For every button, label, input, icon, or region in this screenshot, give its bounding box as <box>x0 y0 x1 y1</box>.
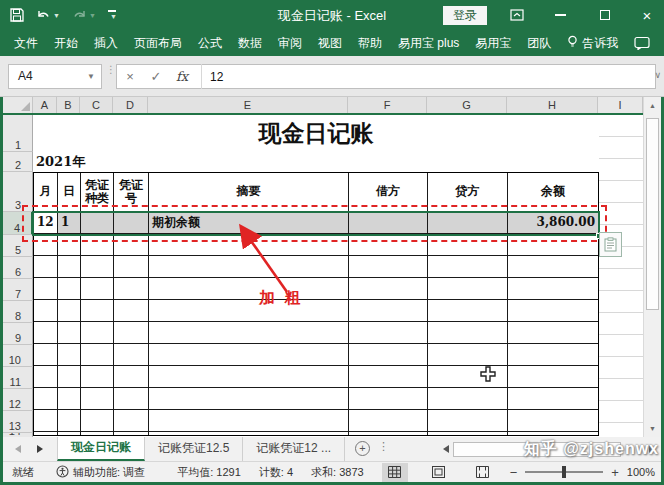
cell-c4-voucher-type[interactable] <box>81 212 114 233</box>
empty-cell[interactable] <box>149 366 349 387</box>
empty-cell[interactable] <box>34 300 58 321</box>
login-button[interactable]: 登录 <box>443 6 487 25</box>
cell-g4-credit[interactable] <box>428 212 508 233</box>
empty-cell[interactable] <box>508 366 598 387</box>
empty-cell[interactable] <box>508 300 598 321</box>
empty-cell[interactable] <box>58 322 81 343</box>
empty-cell[interactable] <box>34 344 58 365</box>
row-header-13[interactable]: 13 <box>3 411 33 433</box>
empty-cell[interactable] <box>81 300 114 321</box>
sheet-tab-voucher-12-5[interactable]: 记账凭证12.5 <box>145 437 243 461</box>
empty-cell[interactable] <box>34 388 58 409</box>
empty-cell[interactable] <box>428 410 508 431</box>
header-summary[interactable]: 摘要 <box>149 173 349 211</box>
row-header-3[interactable]: 3 <box>3 172 33 212</box>
zoom-out-button[interactable]: − <box>510 465 518 480</box>
empty-cell[interactable] <box>114 256 149 277</box>
empty-cell[interactable] <box>508 278 598 299</box>
empty-cell[interactable] <box>349 322 428 343</box>
maximize-button[interactable] <box>590 0 620 30</box>
insert-function-icon[interactable]: fx <box>169 69 195 84</box>
minimize-button[interactable] <box>545 0 575 30</box>
tab-page-layout[interactable]: 页面布局 <box>126 35 190 52</box>
header-credit[interactable]: 贷方 <box>428 173 508 211</box>
cell-f4-debit[interactable] <box>349 212 428 233</box>
tab-data[interactable]: 数据 <box>230 35 270 52</box>
empty-cell[interactable] <box>508 344 598 365</box>
tab-home[interactable]: 开始 <box>46 35 86 52</box>
empty-cell[interactable] <box>508 256 598 277</box>
row-header-12[interactable]: 12 <box>3 389 33 411</box>
empty-cell[interactable] <box>349 410 428 431</box>
header-voucher-type[interactable]: 凭证种类 <box>81 173 114 211</box>
empty-cell[interactable] <box>349 234 428 255</box>
scroll-left-icon[interactable] <box>439 441 453 458</box>
name-box[interactable]: A4 ▼ <box>8 64 102 89</box>
empty-cell[interactable] <box>81 322 114 343</box>
name-box-dropdown-icon[interactable]: ▼ <box>87 65 95 88</box>
new-sheet-button[interactable]: + <box>355 441 370 456</box>
empty-cell[interactable] <box>428 300 508 321</box>
empty-cell[interactable] <box>114 300 149 321</box>
expand-formula-bar-icon[interactable]: ∨ <box>654 70 661 80</box>
normal-view-button[interactable] <box>382 463 408 482</box>
empty-cell[interactable] <box>114 410 149 431</box>
empty-cell[interactable] <box>149 388 349 409</box>
header-month[interactable]: 月 <box>34 173 58 211</box>
empty-cell[interactable] <box>428 322 508 343</box>
scroll-up-icon[interactable]: ▲ <box>644 97 661 114</box>
empty-cell[interactable] <box>81 366 114 387</box>
header-voucher-no[interactable]: 凭证号 <box>114 173 149 211</box>
empty-cell[interactable] <box>34 410 58 431</box>
empty-cell[interactable] <box>58 366 81 387</box>
empty-cell[interactable] <box>508 322 598 343</box>
empty-cell[interactable] <box>34 322 58 343</box>
tab-yiyongbao-plus[interactable]: 易用宝 plus <box>390 35 467 52</box>
empty-cell[interactable] <box>34 234 58 255</box>
empty-cell[interactable] <box>114 278 149 299</box>
tab-team[interactable]: 团队 <box>519 35 559 52</box>
empty-cell[interactable] <box>58 234 81 255</box>
empty-cell[interactable] <box>508 410 598 431</box>
empty-cell[interactable] <box>349 366 428 387</box>
close-button[interactable]: × <box>632 0 662 30</box>
empty-cell[interactable] <box>149 300 349 321</box>
empty-cell[interactable] <box>428 278 508 299</box>
empty-cell[interactable] <box>428 388 508 409</box>
row-header-1[interactable]: 1 <box>3 115 33 152</box>
empty-cell[interactable] <box>114 234 149 255</box>
empty-cell[interactable] <box>149 344 349 365</box>
empty-cell[interactable] <box>58 300 81 321</box>
empty-cell[interactable] <box>508 234 598 255</box>
tab-view[interactable]: 视图 <box>310 35 350 52</box>
sheet-tab-cash-journal[interactable]: 现金日记账 <box>57 437 145 461</box>
empty-cell[interactable] <box>58 410 81 431</box>
empty-cell[interactable] <box>508 388 598 409</box>
row-header-10[interactable]: 10 <box>3 345 33 367</box>
column-header-h[interactable]: H <box>507 97 598 113</box>
cell-d4-voucher-no[interactable] <box>114 212 149 233</box>
next-sheet-icon[interactable] <box>37 445 43 453</box>
empty-cell[interactable] <box>114 322 149 343</box>
sheet-tab-voucher-12[interactable]: 记账凭证12 ... <box>243 437 345 461</box>
empty-cell[interactable] <box>58 278 81 299</box>
tab-review[interactable]: 审阅 <box>270 35 310 52</box>
column-header-b[interactable]: B <box>57 97 80 113</box>
document-title-cell[interactable]: 现金日记账 <box>33 115 599 152</box>
ribbon-display-options-icon[interactable] <box>502 0 532 30</box>
row-header-2[interactable]: 2 <box>3 152 33 172</box>
tab-help[interactable]: 帮助 <box>350 35 390 52</box>
empty-cell[interactable] <box>349 344 428 365</box>
column-header-g[interactable]: G <box>427 97 507 113</box>
empty-cell[interactable] <box>114 388 149 409</box>
header-day[interactable]: 日 <box>58 173 81 211</box>
zoom-in-button[interactable]: + <box>611 465 619 480</box>
row-header-6[interactable]: 6 <box>3 257 33 279</box>
paste-options-button[interactable] <box>599 232 622 257</box>
header-debit[interactable]: 借方 <box>349 173 428 211</box>
vertical-scrollbar[interactable]: ▲ ▼ <box>643 97 661 437</box>
cell-a4-month[interactable]: 12 <box>34 212 58 233</box>
empty-cell[interactable] <box>81 234 114 255</box>
empty-cell[interactable] <box>81 278 114 299</box>
cell-h4-balance[interactable]: 3,860.00 <box>508 212 598 233</box>
